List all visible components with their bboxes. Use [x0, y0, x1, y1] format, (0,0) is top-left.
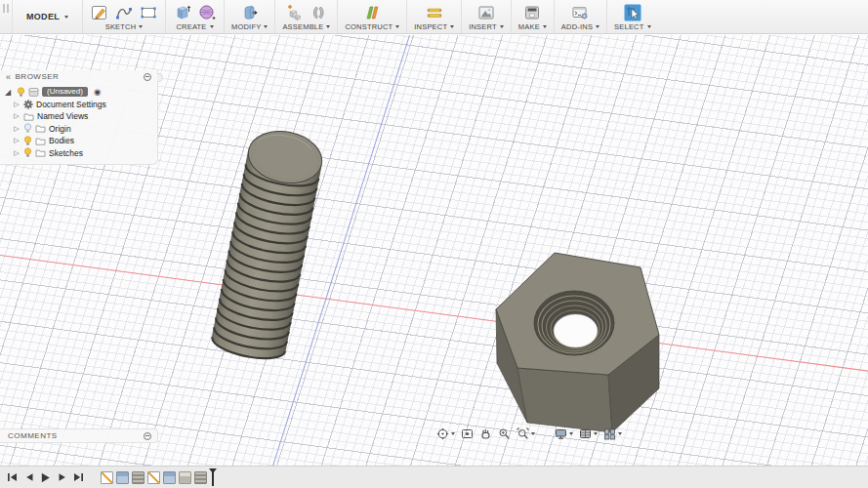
extrude-button[interactable]: [173, 2, 192, 22]
toolbar-menu-addins[interactable]: ADD-INS: [561, 22, 599, 31]
create-form-button[interactable]: [197, 2, 217, 22]
folder-icon: [35, 124, 46, 133]
3d-viewport[interactable]: « BROWSER ◢ (Unsaved) ◉ ▷: [0, 35, 868, 467]
timeline-feature-extrude-1[interactable]: [116, 471, 129, 484]
tree-item-label: Bodies: [49, 136, 74, 145]
grid-settings-button[interactable]: [579, 427, 598, 440]
skip-to-end-button[interactable]: [72, 470, 85, 484]
select-button[interactable]: [623, 2, 642, 22]
browser-item-sketches[interactable]: ▷ Sketches: [5, 147, 157, 160]
comments-panel[interactable]: COMMENTS: [0, 428, 158, 443]
timeline-feature-sketch-2[interactable]: [147, 471, 160, 484]
document-name-badge[interactable]: (Unsaved): [42, 87, 88, 97]
toolbar-grip[interactable]: [0, 0, 13, 33]
joint-button[interactable]: [309, 2, 328, 22]
hex-nut-model[interactable]: [469, 228, 693, 458]
spline-button[interactable]: [114, 2, 134, 22]
spline-icon: [114, 3, 134, 22]
activate-component-icon[interactable]: ◉: [94, 87, 101, 97]
viewports-button[interactable]: [603, 427, 622, 440]
timeline-feature-extrude-2[interactable]: [163, 471, 176, 484]
toolbar-menu-inspect[interactable]: INSPECT: [414, 22, 454, 31]
toolbar-menu-assemble[interactable]: ASSEMBLE: [282, 22, 330, 31]
expand-arrow-icon[interactable]: ▷: [13, 149, 21, 157]
press-pull-icon: [240, 3, 260, 22]
toolbar-menu-select[interactable]: SELECT: [614, 22, 650, 31]
chevron-down-icon: [500, 25, 504, 28]
collapse-panel-icon[interactable]: «: [6, 73, 12, 81]
toolbar-menu-construct[interactable]: CONSTRUCT: [345, 22, 399, 31]
toolbar-group-addins: ADD-INS: [554, 0, 606, 33]
toolbar-menu-create[interactable]: CREATE: [176, 22, 213, 31]
insert-button[interactable]: [476, 2, 496, 22]
play-button[interactable]: [39, 470, 52, 484]
toolbar-menu-modify[interactable]: MODIFY: [231, 22, 268, 31]
step-forward-icon: [58, 472, 67, 482]
visibility-bulb-icon[interactable]: [17, 87, 25, 98]
browser-item-named-views[interactable]: ▷ Named Views: [5, 110, 157, 123]
grid-settings-icon: [579, 427, 592, 440]
skip-to-start-button[interactable]: [6, 470, 19, 484]
timeline-bar: [0, 466, 868, 488]
pan-button[interactable]: [479, 427, 492, 440]
toolbar-menu-make[interactable]: MAKE: [518, 22, 547, 31]
toolbar-group-inspect: INSPECT: [406, 0, 461, 33]
chevron-down-icon: [395, 25, 399, 28]
display-settings-button[interactable]: [555, 427, 573, 440]
look-at-icon: [461, 427, 474, 440]
expand-arrow-icon[interactable]: ▷: [13, 125, 21, 133]
timeline-position-marker[interactable]: [212, 469, 214, 486]
create-sketch-button[interactable]: [90, 2, 109, 22]
construction-plane-button[interactable]: [362, 2, 382, 22]
timeline-feature-sketch-1[interactable]: [101, 471, 113, 484]
zoom-icon: [498, 427, 511, 440]
step-forward-button[interactable]: [56, 470, 68, 484]
expand-arrow-icon[interactable]: ▷: [13, 101, 21, 108]
rectangle-button[interactable]: [139, 2, 158, 22]
measure-button[interactable]: [425, 2, 444, 22]
nut-front-face: [517, 368, 612, 432]
expand-arrow-icon[interactable]: ▷: [13, 112, 21, 120]
nut-group: [496, 253, 659, 432]
workspace-selector[interactable]: MODEL: [13, 0, 82, 33]
chevron-down-icon: [594, 432, 598, 435]
toolbar-group-assemble: ASSEMBLE: [274, 0, 337, 33]
chevron-down-icon: [618, 432, 622, 435]
expand-arrow-icon[interactable]: ▷: [13, 137, 21, 144]
browser-item-origin[interactable]: ▷ Origin: [5, 123, 157, 136]
orbit-button[interactable]: [436, 427, 455, 440]
browser-item-document-settings[interactable]: ▷ Document Settings: [5, 99, 157, 111]
visibility-bulb-off-icon[interactable]: [23, 123, 32, 134]
browser-root-row[interactable]: ◢ (Unsaved) ◉: [5, 86, 157, 99]
press-pull-button[interactable]: [240, 2, 260, 22]
threaded-rod-model[interactable]: [200, 103, 381, 382]
step-back-icon: [24, 472, 34, 482]
toolbar-menu-sketch[interactable]: SKETCH: [105, 22, 144, 31]
addins-button[interactable]: [570, 2, 590, 22]
look-at-button[interactable]: [461, 427, 474, 440]
panel-display-toggle-icon[interactable]: [144, 432, 151, 440]
timeline-feature-thread-1[interactable]: [132, 471, 145, 484]
fit-icon: [517, 427, 529, 440]
timeline-feature-chamfer-1[interactable]: [179, 471, 191, 484]
zoom-button[interactable]: [498, 427, 511, 440]
visibility-bulb-icon[interactable]: [23, 147, 32, 158]
toolbar-menu-insert[interactable]: INSERT: [469, 22, 504, 31]
new-component-button[interactable]: [284, 2, 304, 22]
construction-plane-icon: [362, 3, 382, 22]
step-back-button[interactable]: [22, 470, 35, 484]
panel-display-toggle-icon[interactable]: [144, 73, 151, 81]
chevron-down-icon: [451, 432, 455, 435]
fit-button[interactable]: [517, 427, 535, 440]
chevron-down-icon: [450, 25, 454, 28]
visibility-bulb-icon[interactable]: [23, 136, 32, 146]
make-button[interactable]: [522, 2, 542, 22]
orbit-icon: [436, 427, 449, 440]
timeline-feature-thread-2[interactable]: [194, 471, 207, 484]
chevron-down-icon: [64, 16, 68, 19]
browser-item-bodies[interactable]: ▷ Bodies: [5, 135, 157, 147]
display-settings-icon: [555, 427, 567, 440]
toolbar-group-construct: CONSTRUCT: [337, 0, 406, 33]
expanded-arrow-icon[interactable]: ◢: [5, 88, 14, 97]
form-icon: [197, 3, 217, 22]
